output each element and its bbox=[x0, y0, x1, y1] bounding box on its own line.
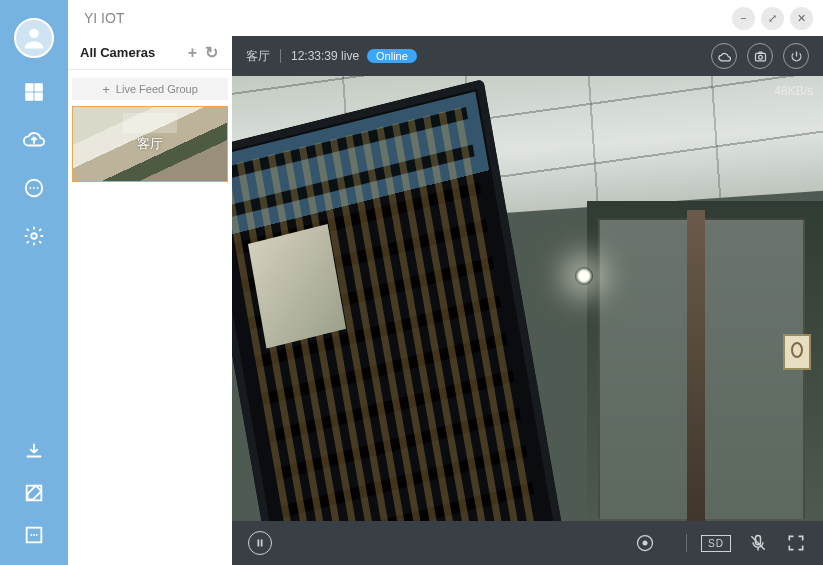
svg-rect-17 bbox=[258, 540, 260, 547]
record-icon bbox=[635, 533, 655, 553]
camera-list-panel: All Cameras + ↻ + Live Feed Group 客厅 bbox=[68, 36, 232, 565]
svg-point-8 bbox=[37, 187, 39, 189]
svg-point-13 bbox=[33, 534, 35, 536]
fullscreen-button[interactable] bbox=[785, 532, 807, 554]
title-bar: YI IOT − ⤢ ✕ bbox=[68, 0, 823, 36]
divider bbox=[280, 49, 281, 63]
pause-button[interactable] bbox=[248, 531, 272, 555]
grid-icon[interactable] bbox=[22, 80, 46, 104]
user-icon bbox=[20, 24, 48, 52]
video-time-label: 12:33:39 live bbox=[291, 49, 359, 63]
camera-thumbnail[interactable]: 客厅 bbox=[72, 106, 228, 182]
video-canvas[interactable]: 48KB/s bbox=[232, 76, 823, 521]
content-row: All Cameras + ↻ + Live Feed Group 客厅 客厅 bbox=[68, 36, 823, 565]
cloud-upload-icon[interactable] bbox=[22, 128, 46, 152]
bitrate-label: 48KB/s bbox=[774, 84, 813, 98]
maximize-button[interactable]: ⤢ bbox=[761, 7, 784, 30]
cloud-button[interactable] bbox=[711, 43, 737, 69]
svg-point-7 bbox=[33, 187, 35, 189]
svg-rect-18 bbox=[261, 540, 263, 547]
svg-point-0 bbox=[29, 29, 38, 38]
app-title: YI IOT bbox=[68, 10, 726, 26]
svg-rect-1 bbox=[26, 84, 33, 91]
expand-icon: ⤢ bbox=[768, 12, 777, 25]
snapshot-button[interactable] bbox=[747, 43, 773, 69]
minimize-button[interactable]: − bbox=[732, 7, 755, 30]
plus-icon: + bbox=[102, 82, 110, 97]
svg-rect-4 bbox=[35, 93, 42, 100]
svg-rect-2 bbox=[35, 84, 42, 91]
svg-rect-15 bbox=[755, 53, 765, 61]
refresh-button[interactable]: ↻ bbox=[201, 43, 222, 62]
mute-button[interactable] bbox=[747, 532, 769, 554]
svg-point-9 bbox=[31, 233, 37, 239]
status-badge: Online bbox=[367, 49, 417, 63]
video-header-bar: 客厅 12:33:39 live Online bbox=[232, 36, 823, 76]
download-icon[interactable] bbox=[22, 439, 46, 463]
add-camera-button[interactable]: + bbox=[184, 44, 201, 62]
avatar[interactable] bbox=[14, 18, 54, 58]
fullscreen-icon bbox=[786, 533, 806, 553]
camera-list-header: All Cameras + ↻ bbox=[68, 36, 232, 70]
nav-bottom-group bbox=[22, 439, 46, 547]
main-area: YI IOT − ⤢ ✕ All Cameras + ↻ + Live Feed… bbox=[68, 0, 823, 565]
nav-top-group bbox=[22, 80, 46, 248]
power-icon bbox=[789, 49, 804, 64]
camera-list-title: All Cameras bbox=[80, 45, 155, 60]
svg-point-6 bbox=[29, 187, 31, 189]
group-button-label: Live Feed Group bbox=[116, 83, 198, 95]
power-button[interactable] bbox=[783, 43, 809, 69]
more-icon[interactable] bbox=[22, 523, 46, 547]
svg-point-12 bbox=[30, 534, 32, 536]
quality-label: SD bbox=[708, 538, 724, 549]
video-frame-illustration bbox=[232, 76, 823, 521]
cloud-icon bbox=[717, 49, 732, 64]
svg-rect-3 bbox=[26, 93, 33, 100]
settings-icon[interactable] bbox=[22, 224, 46, 248]
close-button[interactable]: ✕ bbox=[790, 7, 813, 30]
svg-point-14 bbox=[36, 534, 38, 536]
mic-muted-icon bbox=[748, 533, 768, 553]
video-controls-bar: SD bbox=[232, 521, 823, 565]
record-button[interactable] bbox=[632, 530, 658, 556]
svg-point-20 bbox=[643, 541, 648, 546]
close-icon: ✕ bbox=[797, 12, 806, 25]
camera-thumbnail-label: 客厅 bbox=[137, 135, 163, 153]
chat-icon[interactable] bbox=[22, 176, 46, 200]
nav-sidebar bbox=[0, 0, 68, 565]
quality-button[interactable]: SD bbox=[701, 535, 731, 552]
minus-icon: − bbox=[740, 12, 746, 24]
svg-point-16 bbox=[758, 55, 762, 59]
app-window: YI IOT − ⤢ ✕ All Cameras + ↻ + Live Feed… bbox=[0, 0, 823, 565]
video-player: 客厅 12:33:39 live Online bbox=[232, 36, 823, 565]
divider bbox=[686, 534, 687, 552]
add-group-button[interactable]: + Live Feed Group bbox=[72, 78, 228, 100]
camera-icon bbox=[753, 49, 768, 64]
pause-icon bbox=[254, 537, 266, 549]
edit-icon[interactable] bbox=[22, 481, 46, 505]
video-camera-name: 客厅 bbox=[246, 48, 270, 65]
